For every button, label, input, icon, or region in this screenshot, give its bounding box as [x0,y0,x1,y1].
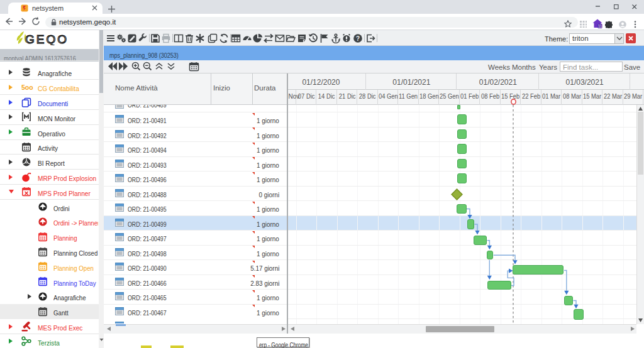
svg-text:GEQO: GEQO [25,33,69,46]
svg-text:?: ? [356,35,360,41]
svg-text:5oo: 5oo [21,84,33,91]
svg-text:11: 11 [598,24,602,28]
